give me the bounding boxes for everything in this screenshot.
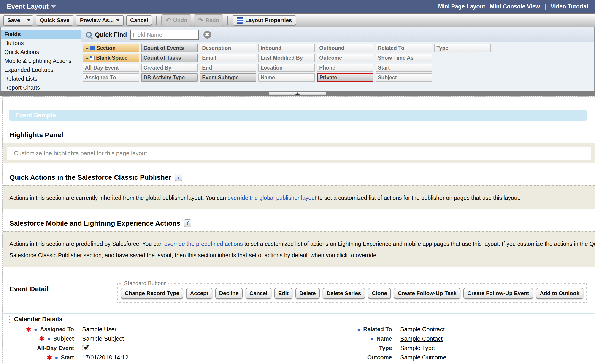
palette-field-tile[interactable]: Assigned To	[83, 73, 139, 82]
layout-title-menu[interactable]: Event Layout	[7, 3, 56, 10]
palette-field-tile[interactable]: All-Day Event	[83, 64, 139, 72]
controlled-field-icon: ●	[370, 336, 374, 342]
palette-item-label: Blank Space	[96, 55, 128, 61]
palette-field-tile[interactable]: End	[200, 64, 256, 72]
palette-column: Description Email End	[200, 44, 256, 82]
standard-button[interactable]: Delete Series	[323, 288, 365, 299]
palette-field-tile[interactable]: Name	[258, 73, 315, 82]
controlled-field-icon: ●	[47, 336, 50, 342]
field-label-cell: All-Day Event	[3, 345, 74, 351]
palette-category-item[interactable]: Expanded Lookups	[1, 65, 81, 74]
palette-category-item[interactable]: Related Lists	[1, 74, 81, 83]
palette-field-tile[interactable]: Start	[375, 64, 432, 72]
palette-field-tile[interactable]: Count of Tasks	[141, 54, 198, 62]
standard-button[interactable]: Change Record Type	[121, 288, 183, 299]
palette-field-tile[interactable]: DB Activity Type	[141, 73, 198, 82]
palette-item-label: Outbound	[319, 45, 344, 51]
field-label-cell: Type	[300, 345, 392, 351]
required-icon: ✱	[39, 335, 45, 343]
highlights-panel-heading: Highlights Panel	[9, 131, 595, 139]
quick-save-button[interactable]: Quick Save	[36, 15, 73, 26]
standard-buttons-row: Change Record Type Accept Decline Cancel…	[121, 288, 583, 299]
field-row[interactable]: ● Name Sample Contact	[300, 334, 595, 343]
palette-field-tile[interactable]: Outbound	[317, 44, 374, 52]
quick-find-input[interactable]	[130, 30, 199, 40]
cancel-button[interactable]: Cancel	[126, 15, 152, 26]
field-row[interactable]: ✱ ● Start 17/01/2018 14:12	[3, 353, 300, 362]
highlights-placeholder[interactable]: Customize the highlights panel for this …	[7, 147, 591, 160]
info-icon[interactable]: i	[175, 173, 182, 181]
field-row[interactable]: ✱ ● End 17/01/2018 14:12	[3, 362, 300, 364]
clear-search-icon[interactable]: ✖	[203, 31, 211, 39]
toolbar-divider	[156, 16, 157, 25]
field-label: Start	[61, 354, 74, 361]
quick-find-label: Quick Find	[95, 31, 127, 38]
palette-category-item[interactable]: Report Charts	[1, 83, 81, 92]
palette-field-tile[interactable]: Created By	[141, 64, 198, 72]
standard-button[interactable]: Cancel	[246, 288, 271, 299]
field-row[interactable]: ✱ ● Subject Sample Subject	[3, 334, 300, 343]
field-row[interactable]: ✱ ● Assigned To Sample User	[3, 325, 300, 334]
redo-label: Redo	[205, 17, 219, 24]
mini-console-view-link[interactable]: Mini Console View	[490, 3, 540, 10]
palette-category-item[interactable]: Fields	[1, 30, 81, 39]
palette-item-label: Created By	[143, 65, 171, 71]
palette-field-tile[interactable]: Outcome	[317, 54, 374, 62]
mini-page-layout-link[interactable]: Mini Page Layout	[438, 3, 485, 10]
palette-category-item[interactable]: Buttons	[1, 39, 81, 48]
highlights-panel-title: Highlights Panel	[9, 131, 63, 139]
override-predefined-actions-link[interactable]: override the predefined actions	[164, 240, 243, 247]
palette-field-tile[interactable]: Event Subtype	[200, 73, 256, 82]
field-row[interactable]: ● Related To Sample Contract	[300, 325, 595, 334]
palette-content: Quick Find ✖ Section Blank Space	[81, 27, 594, 91]
video-tutorial-link[interactable]: Video Tutorial	[551, 3, 588, 10]
standard-button[interactable]: Create Follow-Up Event	[463, 288, 533, 299]
layout-properties-button[interactable]: Layout Properties	[233, 15, 296, 26]
standard-button[interactable]: Accept	[186, 288, 212, 299]
field-label: Assigned To	[40, 326, 74, 333]
palette-field-tile[interactable]: Related To	[375, 44, 432, 52]
palette-field-tile[interactable]: Section	[83, 44, 139, 52]
save-dropdown-button[interactable]	[24, 15, 33, 26]
standard-button[interactable]: Add to Outlook	[536, 288, 583, 299]
override-global-publisher-link[interactable]: override the global publisher layout	[227, 195, 316, 201]
standard-button[interactable]: Decline	[215, 288, 243, 299]
palette-field-tile[interactable]: Subject	[375, 73, 432, 82]
calendar-details-grid: ✱ ● Assigned To Sample User ✱ ● Subject …	[3, 325, 595, 364]
palette-item-label: Count of Tasks	[143, 55, 181, 61]
palette-field-tile[interactable]: Description	[200, 44, 256, 52]
standard-button[interactable]: Create Follow-Up Task	[394, 288, 460, 299]
standard-button[interactable]: Delete	[295, 288, 320, 299]
section-divider	[3, 313, 595, 314]
field-row[interactable]: All-Day Event	[3, 343, 300, 353]
palette-field-tile[interactable]: Last Modified By	[258, 54, 315, 62]
palette-field-tile[interactable]: Private	[317, 73, 374, 82]
palette-field-grid: Section Blank Space All-Day Event	[81, 42, 594, 82]
palette-field-tile[interactable]: Location	[258, 64, 315, 72]
calendar-details-header[interactable]: Calendar Details	[9, 316, 595, 323]
drag-grip-icon	[9, 316, 11, 323]
save-button[interactable]: Save	[3, 15, 24, 26]
palette-category-item[interactable]: Quick Actions	[1, 48, 81, 56]
palette-field-tile[interactable]: Count of Events	[141, 44, 198, 52]
palette-collapse-handle[interactable]	[269, 92, 326, 95]
palette-field-tile[interactable]: Type	[434, 44, 491, 52]
field-row[interactable]: Outcome Sample Outcome	[300, 353, 595, 362]
redo-button[interactable]: Redo	[194, 14, 223, 26]
palette-field-tile[interactable]: Blank Space	[83, 54, 139, 62]
standard-button[interactable]: Clone	[368, 288, 391, 299]
checked-checkbox	[82, 345, 88, 351]
field-row[interactable]: Type Sample Type	[300, 343, 595, 353]
palette-column: Related To Show Time As Start	[375, 44, 432, 82]
palette-field-tile[interactable]: Inbound	[258, 44, 315, 52]
palette-field-tile[interactable]: Phone	[317, 64, 374, 72]
palette-field-tile[interactable]: Show Time As	[375, 54, 432, 62]
palette-category-item[interactable]: Mobile & Lightning Actions	[1, 56, 81, 65]
info-icon[interactable]: i	[184, 220, 191, 227]
preview-as-button[interactable]: Preview As...	[76, 15, 124, 26]
field-label-cell: ✱ ● Assigned To	[3, 326, 74, 333]
palette-field-tile[interactable]: Email	[200, 54, 256, 62]
standard-button[interactable]: Edit	[274, 288, 292, 299]
controlled-field-icon: ●	[55, 354, 58, 361]
undo-button[interactable]: Undo	[161, 14, 191, 26]
